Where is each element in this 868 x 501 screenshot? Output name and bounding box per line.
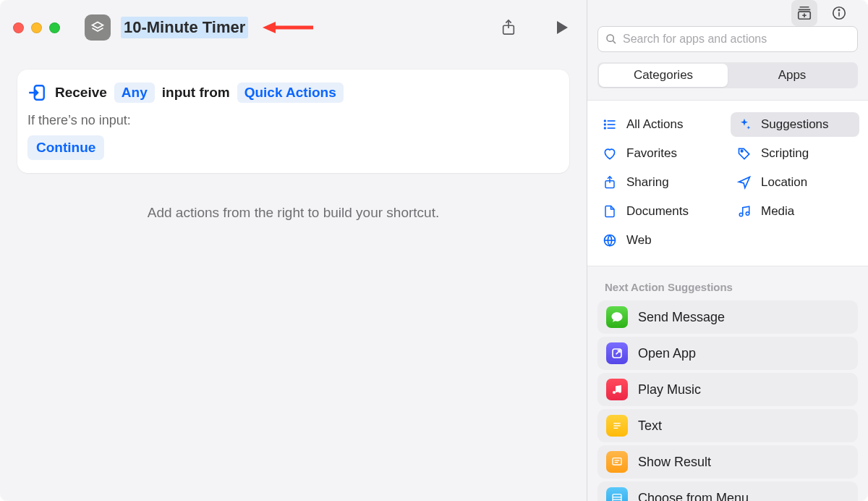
search-field[interactable] (597, 26, 858, 52)
music-icon (736, 203, 752, 219)
annotation-arrow-icon (263, 20, 313, 35)
empty-canvas-hint: Add actions from the right to build your… (17, 205, 569, 221)
list-icon (602, 117, 618, 132)
category-scripting[interactable]: Scripting (731, 141, 859, 166)
window-controls (13, 22, 60, 33)
action-text[interactable]: Text (597, 409, 858, 442)
web-icon (602, 232, 618, 248)
category-web[interactable]: Web (596, 228, 725, 253)
svg-point-18 (605, 120, 606, 122)
svg-point-23 (739, 213, 743, 216)
search-icon (605, 33, 617, 45)
openapp-app-icon (606, 342, 628, 364)
no-input-action-token[interactable]: Continue (27, 135, 104, 160)
svg-point-21 (741, 150, 743, 152)
category-suggestions[interactable]: Suggestions (731, 112, 859, 137)
action-show-result[interactable]: Show Result (597, 445, 858, 479)
heart-icon (602, 146, 618, 161)
minimize-window-button[interactable] (31, 22, 42, 33)
action-send-message[interactable]: Send Message (597, 300, 858, 334)
library-toggle-button[interactable] (791, 0, 817, 26)
messages-app-icon (606, 306, 628, 328)
music-app-icon (606, 379, 628, 400)
fullscreen-window-button[interactable] (49, 22, 60, 33)
category-label: Suggestions (761, 117, 829, 132)
sidebar-titlebar (587, 0, 868, 26)
search-input[interactable] (623, 33, 850, 46)
result-app-icon (606, 451, 628, 473)
action-label: Choose from Menu (638, 491, 749, 502)
svg-point-20 (605, 127, 606, 129)
share-button[interactable] (497, 16, 520, 39)
shortcut-icon[interactable] (85, 14, 111, 41)
svg-marker-1 (263, 22, 276, 33)
category-documents[interactable]: Documents (596, 199, 725, 224)
svg-marker-3 (557, 21, 568, 34)
category-label: Sharing (626, 175, 669, 190)
document-icon (602, 203, 618, 219)
receive-input-card[interactable]: Receive Any input from Quick Actions If … (17, 70, 569, 173)
close-window-button[interactable] (13, 22, 24, 33)
action-label: Text (638, 418, 662, 434)
run-button[interactable] (550, 16, 574, 39)
category-location[interactable]: Location (731, 170, 859, 195)
tag-icon (736, 146, 752, 161)
svg-point-12 (838, 9, 839, 10)
share-icon (602, 174, 618, 190)
action-label: Open App (638, 346, 696, 361)
svg-point-19 (605, 124, 606, 125)
svg-point-27 (613, 391, 616, 394)
svg-point-28 (618, 390, 621, 393)
category-label: Scripting (761, 146, 809, 161)
suggestions-header: Next Action Suggestions (587, 266, 868, 300)
details-toggle-button[interactable] (826, 0, 852, 26)
category-label: Web (626, 233, 652, 248)
svg-rect-32 (613, 458, 621, 465)
input-icon (27, 83, 46, 102)
shortcut-title[interactable]: 10-Minute Timer (121, 17, 248, 38)
action-label: Send Message (638, 310, 725, 325)
receive-source-token[interactable]: Quick Actions (237, 83, 344, 103)
category-label: Documents (626, 204, 689, 219)
location-icon (736, 174, 752, 190)
menu-app-icon (606, 487, 628, 501)
category-sharing[interactable]: Sharing (596, 170, 725, 195)
tab-apps[interactable]: Apps (728, 64, 856, 87)
action-open-app[interactable]: Open App (597, 337, 858, 370)
category-label: Media (761, 204, 794, 219)
category-label: Location (761, 175, 807, 190)
workflow-canvas: Receive Any input from Quick Actions If … (0, 55, 587, 501)
category-all-actions[interactable]: All Actions (596, 112, 725, 137)
action-label: Show Result (638, 455, 711, 470)
titlebar: 10-Minute Timer (0, 0, 587, 55)
tab-categories[interactable]: Categories (599, 64, 728, 87)
action-label: Play Music (638, 382, 701, 397)
category-media[interactable]: Media (731, 199, 859, 224)
svg-line-14 (613, 41, 616, 43)
receive-prefix: Receive (55, 85, 107, 101)
category-label: Favorites (626, 146, 677, 161)
svg-point-13 (607, 35, 613, 41)
svg-point-24 (746, 212, 749, 216)
if-no-input-label: If there’s no input: (27, 113, 556, 128)
action-play-music[interactable]: Play Music (597, 373, 858, 406)
receive-type-token[interactable]: Any (114, 83, 155, 103)
receive-mid: input from (162, 85, 230, 101)
category-label: All Actions (626, 117, 683, 132)
action-choose-from-menu[interactable]: Choose from Menu (597, 481, 858, 501)
category-favorites[interactable]: Favorites (596, 141, 725, 166)
sparkle-icon (736, 117, 752, 132)
text-app-icon (606, 415, 628, 437)
library-segment: Categories Apps (597, 62, 858, 88)
